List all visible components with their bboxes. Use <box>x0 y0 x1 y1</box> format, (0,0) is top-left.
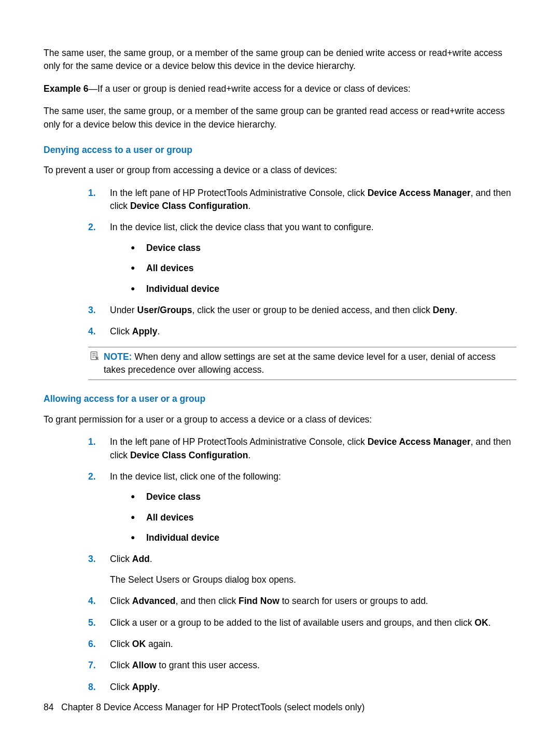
step-text: , and then click <box>175 596 239 606</box>
step-number: 3. <box>88 553 96 566</box>
step-text: Click <box>110 682 132 692</box>
step-text: Under <box>110 305 137 315</box>
allow-lead: To grant permission for a user or a grou… <box>44 413 516 426</box>
bold-apply: Apply <box>132 682 158 692</box>
step-text: again. <box>146 639 173 649</box>
list-item: All devices <box>131 511 516 524</box>
step-number: 7. <box>88 659 96 672</box>
bold-ok: OK <box>132 639 146 649</box>
step-number: 5. <box>88 616 96 629</box>
step-text: In the device list, click the device cla… <box>110 222 374 232</box>
svg-rect-0 <box>91 352 97 359</box>
step-number: 4. <box>88 595 96 608</box>
bold-device-class-config: Device Class Configuration <box>130 201 248 211</box>
bullet-device-class: Device class <box>146 491 201 502</box>
bold-user-groups: User/Groups <box>137 305 192 315</box>
step-number: 1. <box>88 187 96 200</box>
step-text: Click <box>110 596 132 606</box>
example-label: Example 6 <box>44 83 89 94</box>
step-text: Click <box>110 554 132 564</box>
bullet-individual-device: Individual device <box>146 284 219 294</box>
intro-example-line: Example 6—If a user or group is denied r… <box>44 82 516 95</box>
bold-advanced: Advanced <box>132 596 176 606</box>
section-title-allow: Allowing access for a user or a group <box>44 392 516 405</box>
deny-step-3: 3. Under User/Groups, click the user or … <box>88 304 516 317</box>
step-text: In the left pane of HP ProtectTools Admi… <box>110 188 368 198</box>
deny-bullets: Device class All devices Individual devi… <box>131 242 516 296</box>
note-label: NOTE: <box>104 352 132 362</box>
deny-step-2: 2. In the device list, click the device … <box>88 221 516 296</box>
note-box: NOTE: When deny and allow settings are s… <box>88 347 516 381</box>
step-text: . <box>150 554 152 564</box>
allow-step-5: 5. Click a user or a group to be added t… <box>88 616 516 629</box>
bold-allow: Allow <box>132 660 157 670</box>
step-text: In the device list, click one of the fol… <box>110 471 281 482</box>
deny-steps-list: 1. In the left pane of HP ProtectTools A… <box>88 187 516 339</box>
bullet-all-devices: All devices <box>146 263 193 273</box>
bold-add: Add <box>132 554 150 564</box>
step-text: Click a user or a group to be added to t… <box>110 617 474 628</box>
intro-paragraph-2: The same user, the same group, or a memb… <box>44 105 516 131</box>
list-item: All devices <box>131 262 516 275</box>
bold-device-access-manager: Device Access Manager <box>368 437 471 447</box>
allow-step-8: 8. Click Apply. <box>88 681 516 694</box>
allow-step-6: 6. Click OK again. <box>88 638 516 651</box>
list-item: Device class <box>131 242 516 255</box>
chapter-title: Chapter 8 Device Access Manager for HP P… <box>61 702 365 712</box>
section-title-deny: Denying access to a user or group <box>44 144 516 157</box>
step-number: 4. <box>88 325 96 338</box>
bullet-all-devices: All devices <box>146 512 193 523</box>
step-text: . <box>488 617 491 628</box>
deny-step-4: 4. Click Apply. <box>88 325 516 338</box>
allow-step-4: 4. Click Advanced, and then click Find N… <box>88 595 516 608</box>
page-footer: 84 Chapter 8 Device Access Manager for H… <box>44 701 365 714</box>
step-number: 8. <box>88 681 96 694</box>
allow-step-3: 3. Click Add. The Select Users or Groups… <box>88 553 516 586</box>
allow-bullets: Device class All devices Individual devi… <box>131 490 516 544</box>
bold-find-now: Find Now <box>239 596 279 606</box>
step-text: Click <box>110 639 132 649</box>
list-item: Device class <box>131 490 516 503</box>
bold-ok: OK <box>474 617 488 628</box>
deny-lead: To prevent a user or group from accessin… <box>44 164 516 177</box>
step-text: to search for users or groups to add. <box>279 596 428 606</box>
step-number: 1. <box>88 435 96 448</box>
list-item: Individual device <box>131 283 516 296</box>
note-icon <box>89 350 100 361</box>
allow-step-7: 7. Click Allow to grant this user access… <box>88 659 516 672</box>
bold-device-access-manager: Device Access Manager <box>368 188 471 198</box>
bullet-device-class: Device class <box>146 243 201 253</box>
step-text: . <box>248 450 250 460</box>
intro-paragraph-1: The same user, the same group, or a memb… <box>44 47 516 73</box>
step-text: In the left pane of HP ProtectTools Admi… <box>110 437 368 447</box>
bold-apply: Apply <box>132 326 158 336</box>
allow-step-2: 2. In the device list, click one of the … <box>88 470 516 545</box>
bold-deny: Deny <box>433 305 455 315</box>
example-text: —If a user or group is denied read+write… <box>89 83 411 94</box>
step-number: 2. <box>88 221 96 234</box>
step-number: 6. <box>88 638 96 651</box>
allow-step-3-after: The Select Users or Groups dialog box op… <box>110 573 516 586</box>
step-text: . <box>455 305 457 315</box>
allow-step-1: 1. In the left pane of HP ProtectTools A… <box>88 435 516 462</box>
step-text: to grant this user access. <box>156 660 259 670</box>
step-number: 2. <box>88 470 96 483</box>
allow-steps-list: 1. In the left pane of HP ProtectTools A… <box>88 435 516 694</box>
deny-step-1: 1. In the left pane of HP ProtectTools A… <box>88 187 516 213</box>
page-number: 84 <box>44 702 53 712</box>
step-text: Click <box>110 660 132 670</box>
list-item: Individual device <box>131 531 516 544</box>
step-text: . <box>157 326 160 336</box>
step-text: . <box>157 682 160 692</box>
note-text: When deny and allow settings are set at … <box>104 352 496 375</box>
bold-device-class-config: Device Class Configuration <box>130 450 248 460</box>
step-text: , click the user or group to be denied a… <box>192 305 433 315</box>
step-text: . <box>248 201 250 211</box>
bullet-individual-device: Individual device <box>146 532 219 543</box>
step-text: Click <box>110 326 132 336</box>
step-number: 3. <box>88 304 96 317</box>
